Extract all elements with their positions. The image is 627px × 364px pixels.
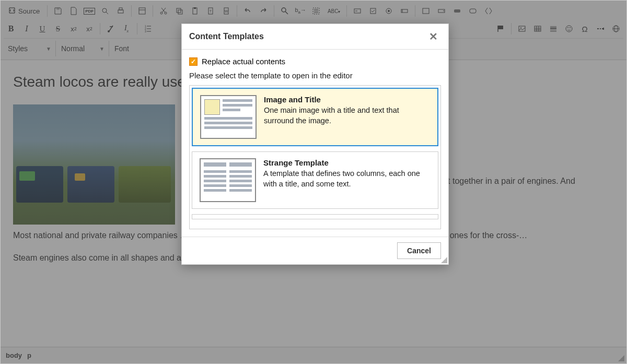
- dialog-title: Content Templates: [189, 32, 264, 41]
- cancel-button[interactable]: Cancel: [397, 242, 441, 259]
- template-thumbnail-icon: [200, 158, 256, 202]
- template-description: A template that defines two columns, eac…: [263, 169, 431, 189]
- template-title: Image and Title: [264, 95, 430, 104]
- replace-contents-label[interactable]: Replace actual contents: [202, 57, 285, 66]
- instruction-text: Please select the template to open in th…: [189, 71, 441, 80]
- editor-window: Source PDF T W ba→ ABC▾: [0, 0, 627, 364]
- replace-contents-row: ✓ Replace actual contents: [189, 57, 441, 66]
- template-list[interactable]: Image and Title One main image with a ti…: [189, 85, 441, 229]
- replace-contents-checkbox[interactable]: ✓: [189, 57, 198, 66]
- template-strange-template[interactable]: Strange Template A template that defines…: [192, 151, 438, 209]
- dialog-body: ✓ Replace actual contents Please select …: [182, 50, 448, 237]
- close-icon[interactable]: ✕: [426, 29, 441, 44]
- dialog-resize-grip-icon[interactable]: [441, 257, 447, 263]
- template-description: One main image with a title and text tha…: [264, 105, 430, 126]
- template-title: Strange Template: [263, 158, 431, 167]
- dialog-footer: Cancel: [182, 237, 448, 264]
- template-item-partial[interactable]: [192, 214, 438, 219]
- template-thumbnail-icon: [200, 95, 257, 139]
- content-templates-dialog: Content Templates ✕ ✓ Replace actual con…: [181, 24, 449, 265]
- template-image-and-title[interactable]: Image and Title One main image with a ti…: [192, 88, 438, 146]
- dialog-header: Content Templates ✕: [182, 24, 448, 50]
